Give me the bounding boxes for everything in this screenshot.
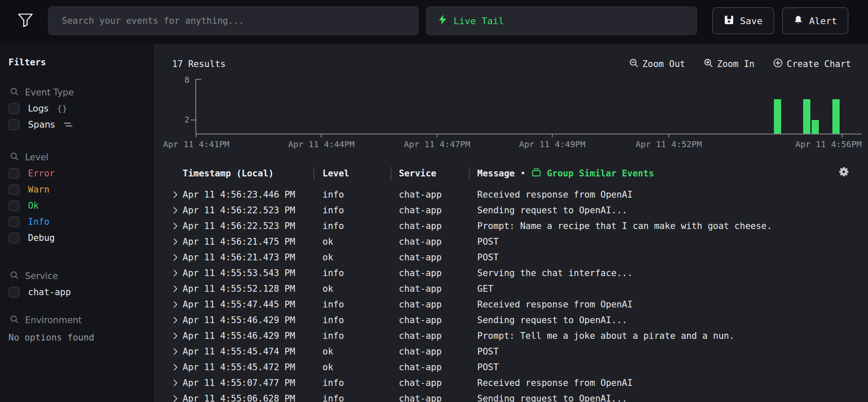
table-row[interactable]: Apr 11 4:56:22.523 PM info chat-app Prom… bbox=[155, 218, 868, 234]
filter-option[interactable]: chat-app bbox=[0, 284, 154, 300]
save-button[interactable]: Save bbox=[712, 7, 774, 34]
live-tail-button[interactable]: Live Tail bbox=[426, 6, 697, 35]
column-header-service[interactable]: Service bbox=[399, 168, 477, 179]
row-message: Received response from OpenAI bbox=[477, 378, 868, 388]
column-header-level[interactable]: Level bbox=[323, 168, 399, 179]
zoom-out-button[interactable]: Zoom Out bbox=[629, 59, 685, 70]
create-chart-label: Create Chart bbox=[787, 59, 851, 69]
group-similar-events-label: Group Similar Events bbox=[547, 168, 654, 179]
zoom-in-button[interactable]: Zoom In bbox=[704, 59, 755, 70]
chevron-right-icon[interactable] bbox=[172, 332, 183, 340]
filter-checkbox[interactable] bbox=[8, 184, 19, 195]
row-timestamp: Apr 11 4:55:46.429 PM bbox=[183, 315, 323, 325]
row-service: chat-app bbox=[399, 268, 477, 278]
column-header-message[interactable]: Message bbox=[477, 168, 515, 179]
service-header: Service bbox=[0, 268, 154, 284]
filter-checkbox[interactable] bbox=[8, 232, 19, 243]
zoom-out-icon bbox=[629, 59, 639, 70]
chevron-right-icon[interactable] bbox=[172, 191, 183, 198]
column-separator[interactable] bbox=[469, 168, 470, 179]
filter-option[interactable]: Error bbox=[0, 165, 154, 181]
chevron-right-icon[interactable] bbox=[172, 348, 183, 355]
table-row[interactable]: Apr 11 4:55:46.429 PM info chat-app Prom… bbox=[155, 328, 868, 343]
histogram-bar[interactable] bbox=[774, 99, 781, 134]
chevron-right-icon[interactable] bbox=[172, 207, 183, 214]
filter-checkbox[interactable] bbox=[8, 200, 19, 211]
x-axis-tick bbox=[668, 134, 669, 137]
row-level: info bbox=[323, 331, 399, 341]
filter-option[interactable]: Debug bbox=[0, 230, 154, 246]
chevron-right-icon[interactable] bbox=[172, 254, 183, 261]
row-message: Sending request to OpenAI... bbox=[477, 315, 868, 325]
histogram-bar[interactable] bbox=[832, 99, 840, 134]
row-message: Sending request to OpenAI... bbox=[477, 394, 868, 402]
results-bar: 17 Results Zoom Out Zoom In bbox=[172, 56, 851, 73]
row-level: ok bbox=[323, 346, 399, 357]
chevron-right-icon[interactable] bbox=[172, 269, 183, 277]
column-header-timestamp[interactable]: Timestamp (Local) bbox=[183, 168, 323, 179]
events-histogram[interactable]: 8 2 Apr 11 4:41PMApr 11 4:44PMApr 11 4:4… bbox=[155, 74, 868, 157]
table-settings-button[interactable] bbox=[838, 166, 849, 179]
table-row[interactable]: Apr 11 4:56:21.475 PM ok chat-app POST bbox=[155, 234, 868, 249]
table-row[interactable]: Apr 11 4:55:53.543 PM info chat-app Serv… bbox=[155, 265, 868, 281]
row-level: ok bbox=[323, 284, 399, 294]
filter-option[interactable]: Warn bbox=[0, 181, 154, 198]
chevron-right-icon[interactable] bbox=[172, 301, 183, 308]
column-separator[interactable] bbox=[313, 168, 314, 179]
row-message: POST bbox=[477, 346, 868, 357]
histogram-bar[interactable] bbox=[812, 120, 819, 134]
histogram-bar[interactable] bbox=[803, 99, 810, 134]
table-row[interactable]: Apr 11 4:55:07.477 PM info chat-app Rece… bbox=[155, 375, 868, 391]
chevron-right-icon[interactable] bbox=[172, 222, 183, 230]
filter-option[interactable]: Ok bbox=[0, 198, 154, 214]
table-row[interactable]: Apr 11 4:55:06.628 PM info chat-app Send… bbox=[155, 391, 868, 402]
no-options-text: No options found bbox=[0, 332, 154, 343]
row-timestamp: Apr 11 4:55:45.472 PM bbox=[183, 362, 323, 372]
filter-checkbox[interactable] bbox=[8, 216, 19, 227]
level-header: Level bbox=[0, 149, 154, 165]
filter-toggle-button[interactable] bbox=[16, 11, 35, 31]
table-row[interactable]: Apr 11 4:55:45.472 PM ok chat-app POST bbox=[155, 359, 868, 375]
table-row[interactable]: Apr 11 4:55:47.445 PM info chat-app Rece… bbox=[155, 296, 868, 312]
floppy-save-icon bbox=[724, 15, 734, 27]
filter-checkbox[interactable] bbox=[8, 103, 19, 114]
header-bullet: • bbox=[520, 168, 526, 179]
row-level: info bbox=[323, 221, 399, 231]
filter-checkbox[interactable] bbox=[8, 168, 19, 179]
table-row[interactable]: Apr 11 4:56:23.446 PM info chat-app Rece… bbox=[155, 187, 868, 202]
row-level: info bbox=[323, 299, 399, 310]
filter-checkbox[interactable] bbox=[8, 119, 19, 130]
x-axis-tick bbox=[552, 134, 553, 137]
filter-section-level: Level Error Warn Ok Info Debug bbox=[0, 149, 154, 246]
table-row[interactable]: Apr 11 4:56:22.523 PM info chat-app Send… bbox=[155, 202, 868, 218]
service-label: Service bbox=[25, 271, 58, 281]
row-service: chat-app bbox=[399, 362, 477, 372]
create-chart-button[interactable]: Create Chart bbox=[773, 58, 851, 70]
row-service: chat-app bbox=[399, 284, 477, 294]
table-row[interactable]: Apr 11 4:56:21.473 PM ok chat-app POST bbox=[155, 249, 868, 265]
x-axis-label: Apr 11 4:47PM bbox=[404, 139, 470, 149]
group-similar-events-toggle[interactable]: Group Similar Events bbox=[531, 167, 654, 180]
chevron-right-icon[interactable] bbox=[172, 395, 183, 402]
environment-header: Environment bbox=[0, 312, 154, 328]
filter-option[interactable]: Info bbox=[0, 214, 154, 230]
chevron-right-icon[interactable] bbox=[172, 379, 183, 387]
filter-option[interactable]: Spans bbox=[0, 117, 154, 133]
log-explorer-app: Live Tail Save Alert Filters Event Type bbox=[0, 0, 868, 402]
search-input[interactable] bbox=[61, 15, 406, 26]
column-separator[interactable] bbox=[390, 168, 392, 179]
x-axis-tick bbox=[842, 134, 843, 137]
chevron-right-icon[interactable] bbox=[172, 363, 183, 371]
chevron-right-icon[interactable] bbox=[172, 238, 183, 246]
filter-checkbox[interactable] bbox=[8, 287, 19, 298]
results-count: 17 Results bbox=[172, 59, 225, 69]
table-row[interactable]: Apr 11 4:55:52.128 PM ok chat-app GET bbox=[155, 281, 868, 296]
table-row[interactable]: Apr 11 4:55:45.474 PM ok chat-app POST bbox=[155, 343, 868, 359]
histogram-plot-area[interactable]: 8 2 Apr 11 4:41PMApr 11 4:44PMApr 11 4:4… bbox=[195, 79, 862, 134]
filter-option[interactable]: Logs {} bbox=[0, 100, 154, 117]
chevron-right-icon[interactable] bbox=[172, 285, 183, 293]
alert-button[interactable]: Alert bbox=[782, 7, 849, 34]
chart-actions: Zoom Out Zoom In Create Chart bbox=[629, 58, 851, 70]
chevron-right-icon[interactable] bbox=[172, 316, 183, 324]
table-row[interactable]: Apr 11 4:55:46.429 PM info chat-app Send… bbox=[155, 312, 868, 328]
